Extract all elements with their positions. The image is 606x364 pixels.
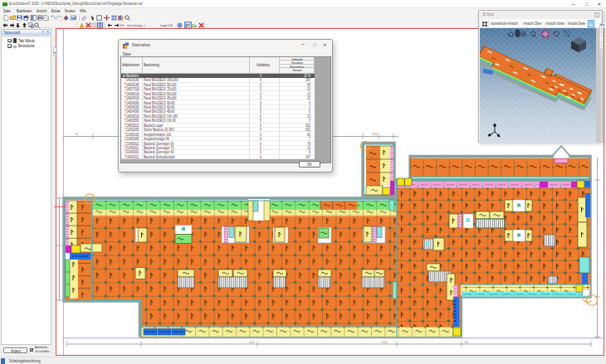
svg-text:4,10: 4,10 [382,341,387,344]
svg-text:60: 60 [465,341,468,344]
svg-text:4,10: 4,10 [249,341,254,344]
svg-text:4,10: 4,10 [372,133,377,136]
svg-text:m: m [76,133,78,136]
